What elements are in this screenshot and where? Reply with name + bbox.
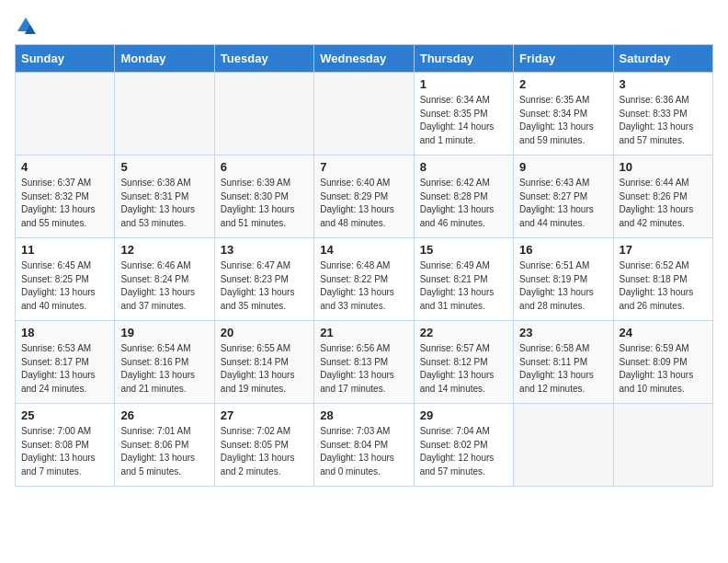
logo (15, 15, 40, 37)
calendar-week-row: 1Sunrise: 6:34 AM Sunset: 8:35 PM Daylig… (16, 73, 713, 155)
day-number: 1 (420, 77, 507, 91)
day-number: 18 (21, 326, 108, 339)
calendar-table: SundayMondayTuesdayWednesdayThursdayFrid… (15, 44, 713, 487)
day-info: Sunrise: 6:55 AM Sunset: 8:14 PM Dayligh… (221, 342, 308, 396)
day-info: Sunrise: 6:49 AM Sunset: 8:21 PM Dayligh… (420, 259, 507, 313)
calendar-cell (115, 73, 214, 155)
calendar-cell: 20Sunrise: 6:55 AM Sunset: 8:14 PM Dayli… (214, 321, 313, 404)
day-number: 24 (620, 326, 707, 339)
day-info: Sunrise: 6:43 AM Sunset: 8:27 PM Dayligh… (519, 177, 607, 230)
day-info: Sunrise: 6:36 AM Sunset: 8:33 PM Dayligh… (620, 94, 707, 147)
day-header-monday: Monday (115, 45, 214, 73)
day-info: Sunrise: 6:38 AM Sunset: 8:31 PM Dayligh… (120, 177, 208, 230)
calendar-cell: 23Sunrise: 6:58 AM Sunset: 8:11 PM Dayli… (514, 321, 613, 404)
day-info: Sunrise: 6:46 AM Sunset: 8:24 PM Dayligh… (120, 259, 208, 313)
calendar-cell: 8Sunrise: 6:42 AM Sunset: 8:28 PM Daylig… (414, 155, 513, 238)
day-info: Sunrise: 6:39 AM Sunset: 8:30 PM Dayligh… (221, 177, 308, 230)
day-number: 19 (120, 326, 208, 339)
day-info: Sunrise: 6:53 AM Sunset: 8:17 PM Dayligh… (21, 342, 108, 396)
day-number: 6 (221, 160, 308, 174)
day-info: Sunrise: 6:59 AM Sunset: 8:09 PM Dayligh… (620, 342, 707, 396)
day-header-tuesday: Tuesday (214, 45, 313, 73)
day-info: Sunrise: 6:42 AM Sunset: 8:28 PM Dayligh… (420, 177, 507, 230)
calendar-cell: 2Sunrise: 6:35 AM Sunset: 8:34 PM Daylig… (514, 73, 613, 155)
day-header-sunday: Sunday (16, 45, 115, 73)
calendar-cell: 4Sunrise: 6:37 AM Sunset: 8:32 PM Daylig… (16, 155, 115, 238)
calendar-cell: 1Sunrise: 6:34 AM Sunset: 8:35 PM Daylig… (414, 73, 513, 155)
calendar-cell: 9Sunrise: 6:43 AM Sunset: 8:27 PM Daylig… (514, 155, 613, 238)
day-number: 9 (519, 160, 607, 174)
calendar-cell: 22Sunrise: 6:57 AM Sunset: 8:12 PM Dayli… (414, 321, 513, 404)
day-info: Sunrise: 7:00 AM Sunset: 8:08 PM Dayligh… (21, 425, 108, 478)
day-info: Sunrise: 6:45 AM Sunset: 8:25 PM Dayligh… (21, 259, 108, 313)
day-info: Sunrise: 7:03 AM Sunset: 8:04 PM Dayligh… (320, 425, 407, 478)
calendar-cell: 11Sunrise: 6:45 AM Sunset: 8:25 PM Dayli… (16, 238, 115, 321)
day-number: 8 (420, 160, 507, 174)
calendar-cell: 12Sunrise: 6:46 AM Sunset: 8:24 PM Dayli… (115, 238, 214, 321)
day-info: Sunrise: 6:52 AM Sunset: 8:18 PM Dayligh… (620, 259, 707, 313)
calendar-cell: 6Sunrise: 6:39 AM Sunset: 8:30 PM Daylig… (214, 155, 313, 238)
day-header-wednesday: Wednesday (314, 45, 414, 73)
day-info: Sunrise: 6:37 AM Sunset: 8:32 PM Dayligh… (21, 177, 108, 230)
day-number: 29 (420, 408, 507, 422)
calendar-cell: 29Sunrise: 7:04 AM Sunset: 8:02 PM Dayli… (414, 404, 513, 487)
calendar-week-row: 18Sunrise: 6:53 AM Sunset: 8:17 PM Dayli… (16, 321, 713, 404)
day-info: Sunrise: 6:57 AM Sunset: 8:12 PM Dayligh… (420, 342, 507, 396)
day-number: 4 (21, 160, 108, 174)
day-info: Sunrise: 6:56 AM Sunset: 8:13 PM Dayligh… (320, 342, 407, 396)
calendar-cell: 28Sunrise: 7:03 AM Sunset: 8:04 PM Dayli… (314, 404, 414, 487)
day-header-friday: Friday (514, 45, 613, 73)
day-number: 15 (420, 243, 507, 257)
calendar-cell: 24Sunrise: 6:59 AM Sunset: 8:09 PM Dayli… (613, 321, 712, 404)
calendar-cell: 15Sunrise: 6:49 AM Sunset: 8:21 PM Dayli… (414, 238, 513, 321)
day-number: 23 (519, 326, 607, 339)
calendar-cell (314, 73, 414, 155)
day-info: Sunrise: 6:34 AM Sunset: 8:35 PM Dayligh… (420, 94, 507, 147)
day-number: 28 (320, 408, 407, 422)
day-info: Sunrise: 7:02 AM Sunset: 8:05 PM Dayligh… (221, 425, 308, 478)
day-number: 12 (120, 243, 208, 257)
day-info: Sunrise: 7:04 AM Sunset: 8:02 PM Dayligh… (420, 425, 507, 478)
calendar-week-row: 25Sunrise: 7:00 AM Sunset: 8:08 PM Dayli… (16, 404, 713, 487)
calendar-cell (214, 73, 313, 155)
calendar-cell (613, 404, 712, 487)
calendar-week-row: 11Sunrise: 6:45 AM Sunset: 8:25 PM Dayli… (16, 238, 713, 321)
day-info: Sunrise: 6:35 AM Sunset: 8:34 PM Dayligh… (519, 94, 607, 147)
calendar-week-row: 4Sunrise: 6:37 AM Sunset: 8:32 PM Daylig… (16, 155, 713, 238)
day-number: 20 (221, 326, 308, 339)
day-number: 26 (120, 408, 208, 422)
calendar-cell: 14Sunrise: 6:48 AM Sunset: 8:22 PM Dayli… (314, 238, 414, 321)
day-info: Sunrise: 6:58 AM Sunset: 8:11 PM Dayligh… (519, 342, 607, 396)
logo-icon (15, 15, 37, 37)
day-info: Sunrise: 6:51 AM Sunset: 8:19 PM Dayligh… (519, 259, 607, 313)
day-number: 13 (221, 243, 308, 257)
calendar-cell: 7Sunrise: 6:40 AM Sunset: 8:29 PM Daylig… (314, 155, 414, 238)
day-number: 21 (320, 326, 407, 339)
calendar-cell: 18Sunrise: 6:53 AM Sunset: 8:17 PM Dayli… (16, 321, 115, 404)
calendar-cell: 10Sunrise: 6:44 AM Sunset: 8:26 PM Dayli… (613, 155, 712, 238)
day-number: 22 (420, 326, 507, 339)
day-number: 5 (120, 160, 208, 174)
day-header-thursday: Thursday (414, 45, 513, 73)
calendar-header-row: SundayMondayTuesdayWednesdayThursdayFrid… (16, 45, 713, 73)
day-number: 10 (620, 160, 707, 174)
day-header-saturday: Saturday (613, 45, 712, 73)
day-info: Sunrise: 7:01 AM Sunset: 8:06 PM Dayligh… (120, 425, 208, 478)
day-number: 3 (620, 77, 707, 91)
day-info: Sunrise: 6:40 AM Sunset: 8:29 PM Dayligh… (320, 177, 407, 230)
day-info: Sunrise: 6:54 AM Sunset: 8:16 PM Dayligh… (120, 342, 208, 396)
calendar-cell: 13Sunrise: 6:47 AM Sunset: 8:23 PM Dayli… (214, 238, 313, 321)
day-number: 25 (21, 408, 108, 422)
page-header (15, 15, 713, 37)
day-number: 7 (320, 160, 407, 174)
calendar-cell: 19Sunrise: 6:54 AM Sunset: 8:16 PM Dayli… (115, 321, 214, 404)
day-info: Sunrise: 6:44 AM Sunset: 8:26 PM Dayligh… (620, 177, 707, 230)
day-number: 16 (519, 243, 607, 257)
day-number: 14 (320, 243, 407, 257)
calendar-cell (16, 73, 115, 155)
calendar-cell: 26Sunrise: 7:01 AM Sunset: 8:06 PM Dayli… (115, 404, 214, 487)
day-info: Sunrise: 6:48 AM Sunset: 8:22 PM Dayligh… (320, 259, 407, 313)
calendar-cell (514, 404, 613, 487)
calendar-cell: 17Sunrise: 6:52 AM Sunset: 8:18 PM Dayli… (613, 238, 712, 321)
day-info: Sunrise: 6:47 AM Sunset: 8:23 PM Dayligh… (221, 259, 308, 313)
